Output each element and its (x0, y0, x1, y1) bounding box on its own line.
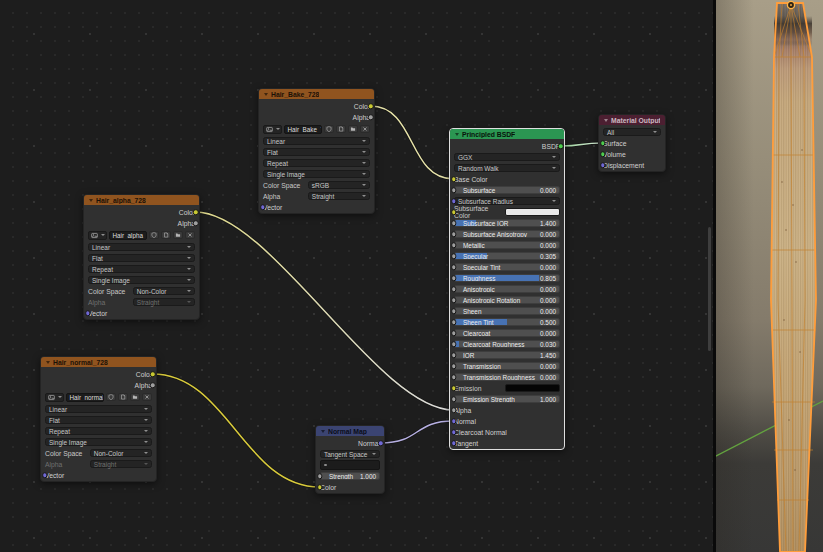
node-image-texture-hair-bake[interactable]: Hair_Bake_728 Color Alpha Hair_Bake_728 (258, 88, 375, 214)
distribution-dropdown[interactable]: GGX (454, 153, 560, 161)
node-link[interactable] (561, 143, 603, 146)
roughness-slider[interactable]: Roughness0.805 (454, 274, 560, 282)
emission-color-swatch[interactable] (505, 384, 560, 392)
socket-tangent-input[interactable] (451, 440, 457, 446)
node-header[interactable]: Hair_normal_728 (41, 357, 156, 367)
principled-row-subsurface-color[interactable]: Subsurface Color (454, 208, 560, 216)
socket-anisotropic-input[interactable] (451, 286, 457, 292)
node-material-output[interactable]: Material Output All Surface Volume Displ… (598, 114, 666, 172)
open-image-button[interactable] (173, 231, 184, 239)
projection-dropdown[interactable]: Flat (88, 254, 195, 262)
anisotropic-slider[interactable]: Anisotropic0.000 (454, 285, 560, 293)
node-link[interactable] (381, 421, 454, 443)
socket-roughness-input[interactable] (451, 275, 457, 281)
node-link[interactable] (196, 212, 454, 410)
collapse-icon[interactable] (46, 361, 50, 364)
socket-transmission-input[interactable] (451, 363, 457, 369)
image-name-field[interactable]: Hair_normal_728 (66, 393, 105, 402)
socket-specular-input[interactable] (451, 253, 457, 259)
browse-image-button[interactable] (45, 393, 64, 402)
target-dropdown[interactable]: All (603, 128, 661, 136)
extension-dropdown[interactable]: Repeat (45, 427, 152, 435)
principled-row-sheen[interactable]: Sheen0.000 (454, 307, 560, 315)
node-header[interactable]: Hair_Bake_728 (259, 89, 374, 99)
open-image-button[interactable] (130, 393, 141, 401)
socket-vector-input[interactable] (85, 310, 91, 316)
interpolation-dropdown[interactable]: Linear (263, 137, 370, 145)
socket-vector-input[interactable] (260, 204, 266, 210)
image-name-field[interactable]: Hair_Bake_728 (284, 125, 323, 134)
principled-row-roughness[interactable]: Roughness0.805 (454, 274, 560, 282)
subsurface-anisotropy-slider[interactable]: Subsurface Anisotropy0.000 (454, 230, 560, 238)
socket-vector-input[interactable] (42, 472, 48, 478)
socket-emission-input[interactable] (451, 385, 457, 391)
principled-row-clearcoat[interactable]: Clearcoat0.000 (454, 329, 560, 337)
principled-row-specular-tint[interactable]: Specular Tint0.000 (454, 263, 560, 271)
socket-alpha-input[interactable] (451, 407, 457, 413)
extension-dropdown[interactable]: Repeat (88, 265, 195, 273)
socket-color-output[interactable] (193, 209, 199, 215)
principled-row-subsurface[interactable]: Subsurface0.000 (454, 186, 560, 194)
collapse-icon[interactable] (604, 119, 608, 122)
clearcoat-roughness-slider[interactable]: Clearcoat Roughness0.030 (454, 340, 560, 348)
node-principled-bsdf[interactable]: Principled BSDF BSDF GGX Random Walk Bas… (449, 128, 565, 450)
socket-displacement-input[interactable] (600, 162, 606, 168)
principled-row-anisotropic-rotation[interactable]: Anisotropic Rotation0.000 (454, 296, 560, 304)
socket-sheen-input[interactable] (451, 308, 457, 314)
node-header[interactable]: Normal Map (316, 426, 384, 436)
transmission-slider[interactable]: Transmission0.000 (454, 362, 560, 370)
socket-emission-strength-input[interactable] (451, 396, 457, 402)
socket-bsdf-output[interactable] (558, 143, 564, 149)
principled-row-subsurface-radius[interactable]: Subsurface Radius (454, 197, 560, 205)
browse-image-button[interactable] (263, 125, 282, 134)
subsurface-ior-slider[interactable]: Subsurface IOR1.400 (454, 219, 560, 227)
socket-metallic-input[interactable] (451, 242, 457, 248)
extension-dropdown[interactable]: Repeat (263, 159, 370, 167)
principled-row-subsurface-ior[interactable]: Subsurface IOR1.400 (454, 219, 560, 227)
editor-scrollbar[interactable] (708, 227, 711, 351)
new-image-button[interactable] (118, 393, 129, 401)
socket-subsurface-input[interactable] (451, 187, 457, 193)
sheen-tint-slider[interactable]: Sheen Tint0.500 (454, 318, 560, 326)
source-dropdown[interactable]: Single Image (88, 276, 195, 284)
socket-subsurface-anisotropy-input[interactable] (451, 231, 457, 237)
node-header[interactable]: Principled BSDF (450, 129, 564, 139)
node-normal-map[interactable]: Normal Map Normal Tangent Space Strength… (315, 425, 385, 494)
principled-row-anisotropic[interactable]: Anisotropic0.000 (454, 285, 560, 293)
principled-row-transmission-roughness[interactable]: Transmission Roughness0.000 (454, 373, 560, 381)
ior-slider[interactable]: IOR1.450 (454, 351, 560, 359)
socket-clearcoat-input[interactable] (451, 330, 457, 336)
socket-alpha-output[interactable] (150, 382, 156, 388)
interpolation-dropdown[interactable]: Linear (45, 405, 152, 413)
socket-specular-tint-input[interactable] (451, 264, 457, 270)
alpha-mode-dropdown[interactable]: Straight (133, 298, 195, 306)
unlink-image-button[interactable] (360, 125, 371, 133)
collapse-icon[interactable] (264, 93, 268, 96)
alpha-mode-dropdown[interactable]: Straight (90, 460, 152, 468)
principled-row-metallic[interactable]: Metallic0.000 (454, 241, 560, 249)
socket-sheen-tint-input[interactable] (451, 319, 457, 325)
principled-row-emission-strength[interactable]: Emission Strength1.000 (454, 395, 560, 403)
projection-dropdown[interactable]: Flat (45, 416, 152, 424)
collapse-icon[interactable] (89, 199, 93, 202)
subsurface-radius-field[interactable]: Subsurface Radius (454, 197, 560, 205)
socket-color-input[interactable] (317, 484, 323, 490)
fake-user-button[interactable] (106, 393, 117, 401)
unlink-image-button[interactable] (185, 231, 196, 239)
socket-color-output[interactable] (150, 371, 156, 377)
specular-slider[interactable]: Specular0.305 (454, 252, 560, 260)
principled-row-subsurface-anisotropy[interactable]: Subsurface Anisotropy0.000 (454, 230, 560, 238)
node-image-texture-hair-alpha[interactable]: Hair_alpha_728 Color Alpha Hair_alpha_72… (83, 194, 200, 320)
socket-base-color-input[interactable] (451, 176, 457, 182)
collapse-icon[interactable] (455, 133, 459, 136)
socket-clearcoat-normal-input[interactable] (451, 429, 457, 435)
source-dropdown[interactable]: Single Image (45, 438, 152, 446)
subsurface-color-color-swatch[interactable] (505, 208, 560, 216)
source-dropdown[interactable]: Single Image (263, 170, 370, 178)
node-link[interactable] (371, 106, 454, 179)
socket-alpha-output[interactable] (193, 220, 199, 226)
socket-alpha-output[interactable] (368, 114, 374, 120)
node-header[interactable]: Hair_alpha_728 (84, 195, 199, 205)
new-image-button[interactable] (336, 125, 347, 133)
socket-volume-input[interactable] (600, 151, 606, 157)
